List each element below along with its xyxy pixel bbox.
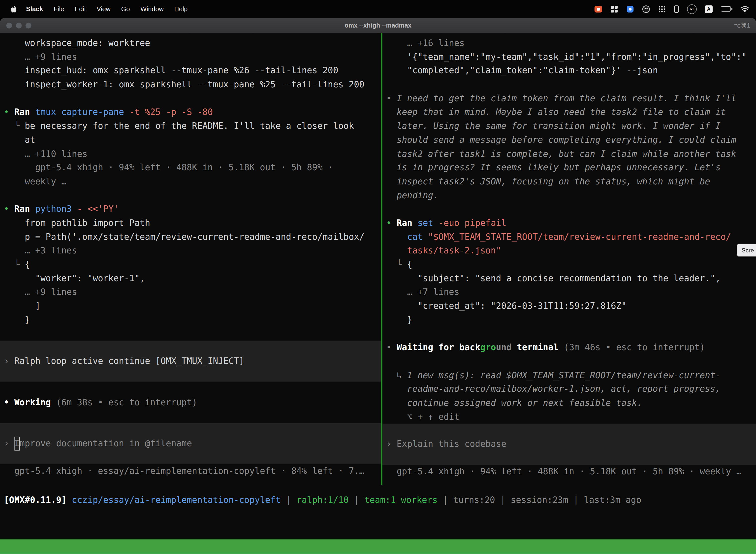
terminal-line: from pathlib import Path [0,216,381,230]
iphone-icon[interactable] [674,5,679,13]
battery-gauge-icon[interactable]: 61 [687,4,697,14]
terminal-line: } [382,313,756,327]
terminal-line: … +7 lines [382,285,756,299]
window-grid-icon[interactable] [611,5,618,13]
terminal-line: • Waiting for background terminal (3m 46… [382,341,756,355]
window-title: omx --xhigh --madmax [344,21,412,29]
terminal-line: └ { [0,258,381,272]
terminal-line [0,409,381,423]
close-button[interactable] [6,22,12,28]
terminal-line: inspect_worker-1: omx sparkshell --tmux-… [0,78,381,92]
terminal-line: tasks/task-2.json" [382,244,756,258]
traffic-lights [6,18,31,33]
apple-icon [11,5,17,13]
terminal-right-pane[interactable]: … +16 lines '{"team_name":"my-team","tas… [382,33,756,485]
terminal-line [382,327,756,341]
terminal-line: p = Path('.omx/state/team/review-current… [0,230,381,244]
terminal-line: gpt-5.4 xhigh · 94% left · 488K in · 5.1… [382,465,756,479]
menu-item-help[interactable]: Help [169,5,193,12]
terminal-line: } [0,313,381,327]
menu-item-file[interactable]: File [48,5,69,12]
terminal-line: workspace_mode: worktree [0,36,381,50]
terminal-line: … +110 lines [0,147,381,161]
omx-status-line: [OMX#0.11.9] cczip/essay/ai-reimplementa… [0,493,756,507]
terminal-line: pending. [382,188,756,202]
prompt-line: › Explain this codebase [382,437,756,451]
battery-icon[interactable] [721,6,733,11]
screen: Slack File Edit View Go Window Help 61 [0,0,756,554]
screen-recording-icon[interactable] [594,5,602,12]
terminal-line: gpt-5.4 xhigh · essay/ai-reimplementatio… [0,464,381,478]
terminal-line: ] [0,299,381,313]
battery-gauge-value: 61 [690,7,694,11]
tooltip: Scre [737,244,756,257]
terminal-line: readme-and-reco/mailbox/worker-1.json, a… [382,382,756,396]
window-shortcut-badge: ⌥⌘1 [734,18,750,33]
blue-app-icon[interactable] [626,5,634,13]
zoom-button[interactable] [25,22,31,28]
terminal-line: … +16 lines [382,36,756,50]
terminal-line: '{"team_name":"my-team","task_id":"1","f… [382,50,756,64]
menu-item-go[interactable]: Go [116,5,135,12]
prompt-band[interactable]: › Explain this codebase [382,424,756,465]
terminal-line: task2 after task1 is complete, but can I… [382,147,756,161]
terminal-line: "created_at": "2026-03-31T11:59:27.816Z" [382,299,756,313]
menu-item-view[interactable]: View [91,5,116,12]
terminal-line: "worker": "worker-1", [0,272,381,285]
prompt-band[interactable]: › Ralph loop active continue [OMX_TMUX_I… [0,341,381,382]
menu-item-app[interactable]: Slack [21,5,48,12]
terminal-line: [OMX#0.11.9] cczip/essay/ai-reimplementa… [0,493,756,507]
terminal-line: inspect_hud: omx sparkshell --tmux-pane … [0,64,381,78]
terminal-line: gpt-5.4 xhigh · 94% left · 488K in · 5.1… [0,161,381,175]
terminal-line: • Ran tmux capture-pane -t %25 -p -S -80 [0,106,381,119]
terminal-line: "subject": "send a concise recommendatio… [382,272,756,285]
tmux-status-bar: [omx-cczip0:bash* "MacBook-Pro-44.local"… [0,539,756,554]
terminal-line: continue assigned work or next feasible … [382,396,756,410]
terminal-line [0,188,381,202]
terminal-line [0,382,381,395]
dots-grid-icon[interactable] [658,5,666,13]
tooltip-text: Scre [742,247,754,254]
terminal-line: … +9 lines [0,50,381,64]
terminal-line: later. Using the same for transition mig… [382,119,756,133]
terminal-window: omx --xhigh --madmax ⌥⌘1 workspace_mode:… [0,18,756,554]
wifi-icon[interactable] [741,5,749,12]
terminal-line: • Ran set -euo pipefail [382,216,756,230]
terminal-line: • I need to get the claim token from the… [382,92,756,106]
terminal-line: └ be necessary for the end of the README… [0,119,381,133]
terminal-line: ↳ 1 new msg(s): read $OMX_TEAM_STATE_ROO… [382,368,756,382]
prompt-line: › Improve documentation in @filename [0,437,381,450]
prompt-line: › Ralph loop active continue [OMX_TMUX_I… [0,354,381,368]
terminal-line: is in progress? It seems likely but perh… [382,161,756,175]
terminal-line [382,202,756,216]
menu-item-edit[interactable]: Edit [69,5,91,12]
apple-menu[interactable] [7,5,20,13]
keyboard-layout-icon[interactable]: A [705,5,712,13]
terminal-line: keep that in mind. Maybe I also need the… [382,106,756,119]
terminal-line: ⌥ + ↑ edit [382,410,756,424]
terminal-line: … +3 lines [0,244,381,258]
terminal-line [382,78,756,92]
keyboard-layout-letter: A [707,6,710,11]
menu-item-window[interactable]: Window [135,5,169,12]
dark-app-icon[interactable] [642,5,650,13]
window-title-bar[interactable]: omx --xhigh --madmax ⌥⌘1 [0,18,756,33]
prompt-band[interactable]: › Improve documentation in @filename [0,423,381,464]
terminal-line: cat "$OMX_TEAM_STATE_ROOT/team/review-cu… [382,230,756,244]
terminal-line: should send a message before completing … [382,133,756,147]
terminal-line: at [0,133,381,147]
menu-bar-status-icons: 61 A [594,4,749,14]
terminal-line: inspect task2's JSON, focusing on the st… [382,174,756,188]
terminal-line: … +9 lines [0,285,381,299]
terminal-line [0,327,381,341]
terminal-line: "completed","claim_token":"claim-token"}… [382,64,756,78]
terminal-line: • Working (6m 38s • esc to interrupt) [0,395,381,409]
terminal-left-pane[interactable]: workspace_mode: worktree … +9 lines insp… [0,33,381,485]
terminal-line [0,92,381,106]
terminal-line: └ { [382,258,756,272]
terminal-line [382,354,756,368]
minimize-button[interactable] [16,22,21,28]
terminal-line: • Ran python3 - <<'PY' [0,202,381,216]
menu-bar: Slack File Edit View Go Window Help 61 [0,0,756,18]
terminal-line: weekly … [0,174,381,188]
